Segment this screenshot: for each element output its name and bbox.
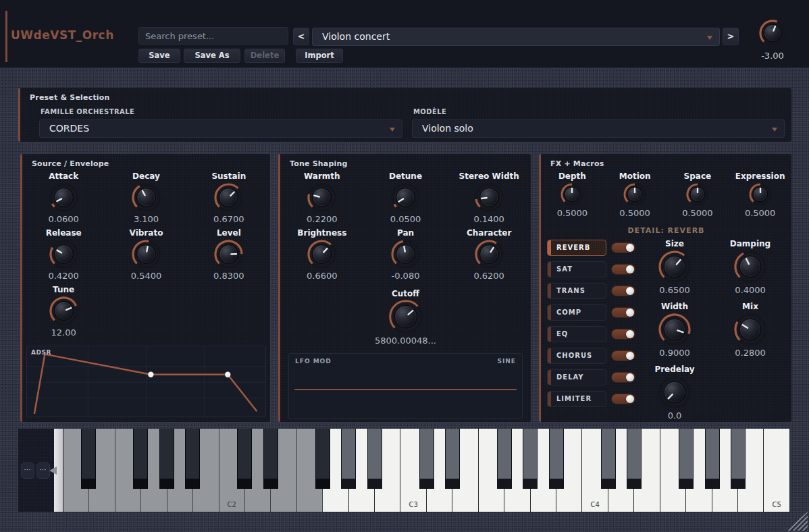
pan-knob-cell: Pan-0.080 xyxy=(390,228,421,285)
import-button[interactable]: Import xyxy=(296,49,343,63)
preset-dropdown[interactable]: Violon concert xyxy=(312,28,720,46)
octave-down-button[interactable]: ··· xyxy=(21,462,34,479)
fx-macros-panel: FX + Macros Depth0.5000Motion0.5000Space… xyxy=(539,154,791,422)
black-key[interactable] xyxy=(133,429,148,489)
black-key[interactable] xyxy=(315,429,330,489)
sat-toggle[interactable] xyxy=(611,264,635,275)
lfo-mod-display: LFO MOD SINE xyxy=(288,353,523,419)
chorus-slot-button[interactable]: CHORUS xyxy=(547,348,606,364)
toggle-knob xyxy=(626,330,634,338)
save-button[interactable]: Save xyxy=(138,49,180,63)
size-knob[interactable] xyxy=(658,250,691,284)
black-key[interactable] xyxy=(367,429,382,489)
resize-grip[interactable] xyxy=(785,512,808,531)
toggle-knob xyxy=(626,287,634,295)
white-key[interactable]: C5 xyxy=(764,429,789,512)
decay-knob[interactable] xyxy=(131,182,161,213)
expression-knob[interactable] xyxy=(748,182,773,207)
sat-slot-button[interactable]: SAT xyxy=(547,261,606,277)
depth-label: Depth xyxy=(558,171,586,182)
toggle-knob xyxy=(626,309,634,317)
predelay-value: 0.0 xyxy=(668,410,682,421)
space-label: Space xyxy=(684,171,712,182)
black-key[interactable] xyxy=(679,429,694,489)
warmth-knob[interactable] xyxy=(307,182,337,213)
depth-knob-cell: Depth0.5000 xyxy=(557,171,588,223)
predelay-knob[interactable] xyxy=(658,375,691,409)
space-knob[interactable] xyxy=(685,182,710,207)
expression-knob-cell: Expression0.5000 xyxy=(735,171,785,223)
black-key[interactable] xyxy=(705,429,720,489)
cutoff-knob[interactable] xyxy=(387,299,425,334)
limiter-toggle[interactable] xyxy=(611,394,635,404)
pan-knob[interactable] xyxy=(390,239,421,269)
black-key[interactable] xyxy=(627,429,642,489)
black-key[interactable] xyxy=(601,429,616,489)
black-key[interactable] xyxy=(263,429,278,489)
adsr-envelope-display[interactable]: ADSR xyxy=(26,346,266,417)
black-key[interactable] xyxy=(159,429,174,489)
scroll-left-icon[interactable] xyxy=(49,467,57,475)
slot-accent-stripe xyxy=(548,392,551,406)
decay-value: 3.100 xyxy=(134,214,159,224)
lfo-waveform-line xyxy=(294,389,517,390)
chorus-toggle[interactable] xyxy=(611,350,635,361)
reverb-slot-button[interactable]: REVERB xyxy=(547,240,606,256)
black-key[interactable] xyxy=(237,429,252,489)
brightness-knob[interactable] xyxy=(307,239,337,269)
stereo-width-label: Stereo Width xyxy=(459,171,519,182)
limiter-slot-button[interactable]: LIMITER xyxy=(547,391,606,407)
black-key[interactable] xyxy=(185,429,200,489)
master-volume-knob[interactable] xyxy=(758,19,787,47)
next-preset-button[interactable]: > xyxy=(723,28,739,45)
envelope-handle[interactable] xyxy=(225,372,230,377)
damping-knob[interactable] xyxy=(733,250,767,284)
level-knob[interactable] xyxy=(213,239,244,269)
reverb-toggle[interactable] xyxy=(611,242,635,253)
envelope-handle[interactable] xyxy=(148,372,153,377)
black-key[interactable] xyxy=(497,429,512,489)
delete-button[interactable]: Delete xyxy=(244,49,285,63)
black-key[interactable] xyxy=(81,429,96,489)
sustain-knob[interactable] xyxy=(213,182,244,213)
black-key[interactable] xyxy=(731,429,746,489)
sustain-knob-cell: Sustain0.6700 xyxy=(211,171,246,228)
detune-knob[interactable] xyxy=(390,182,421,213)
previous-preset-button[interactable]: < xyxy=(293,28,309,45)
search-input[interactable] xyxy=(138,27,288,45)
chevron-down-icon xyxy=(390,128,395,132)
release-knob[interactable] xyxy=(49,239,79,269)
comp-toggle[interactable] xyxy=(611,307,635,318)
space-knob-cell: Space0.5000 xyxy=(682,171,713,223)
black-key[interactable] xyxy=(549,429,564,489)
slot-accent-stripe xyxy=(548,370,551,385)
depth-knob[interactable] xyxy=(560,182,584,207)
famille-orchestrale-dropdown[interactable]: CORDES xyxy=(39,119,402,138)
black-key[interactable] xyxy=(445,429,460,489)
black-key[interactable] xyxy=(341,429,356,489)
panel-title: Source / Envelope xyxy=(32,159,109,168)
master-volume-knob[interactable] xyxy=(758,37,787,50)
motion-knob[interactable] xyxy=(623,182,647,207)
eq-toggle[interactable] xyxy=(611,329,635,340)
eq-slot-button[interactable]: EQ xyxy=(547,326,606,342)
trans-slot-button[interactable]: TRANS xyxy=(547,283,606,299)
tune-knob[interactable] xyxy=(49,296,79,326)
black-key[interactable] xyxy=(419,429,434,489)
keys-container: C2C3C4C5 xyxy=(63,429,790,512)
trans-toggle[interactable] xyxy=(611,286,635,296)
stereo-width-knob[interactable] xyxy=(474,182,504,213)
mix-knob[interactable] xyxy=(733,313,767,346)
black-key[interactable] xyxy=(523,429,538,489)
modele-dropdown[interactable]: Violon solo xyxy=(412,119,785,138)
delay-toggle[interactable] xyxy=(611,372,635,383)
adsr-label: ADSR xyxy=(31,349,51,356)
save-as-button[interactable]: Save As xyxy=(184,49,240,63)
attack-knob[interactable] xyxy=(49,182,79,213)
octave-up-button[interactable]: ··· xyxy=(36,462,50,479)
character-knob[interactable] xyxy=(474,239,504,269)
delay-slot-button[interactable]: DELAY xyxy=(547,369,606,385)
comp-slot-button[interactable]: COMP xyxy=(547,304,606,321)
vibrato-knob[interactable] xyxy=(131,239,161,269)
width-knob[interactable] xyxy=(658,313,691,346)
